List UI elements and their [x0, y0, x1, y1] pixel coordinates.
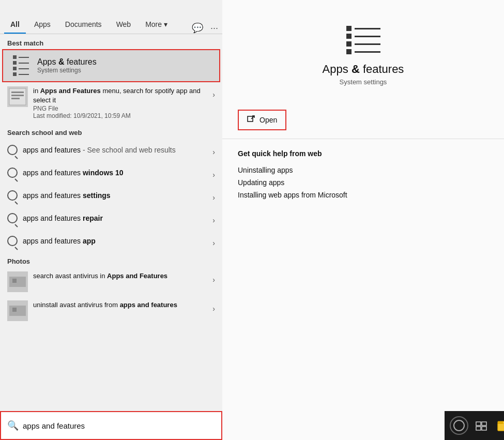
photo-thumbnail-1 [7, 300, 28, 321]
photos-section-label: Photos [0, 252, 222, 267]
web-item-chevron-1: › [212, 166, 215, 179]
search-web-label: Search school and web [0, 124, 222, 139]
quick-help-link-0[interactable]: Uninstalling apps [238, 164, 488, 176]
open-button[interactable]: Open [238, 110, 286, 130]
app-detail-header: Apps & features System settings [222, 0, 504, 101]
photo-chevron-1: › [212, 300, 215, 313]
cortana-icon[interactable] [450, 416, 468, 435]
open-button-label: Open [259, 116, 277, 124]
svg-rect-8 [9, 306, 26, 316]
best-match-label: Best match [0, 34, 222, 49]
best-match-subtitle: System settings [37, 67, 97, 74]
file-result-chevron: › [212, 86, 215, 99]
svg-rect-3 [11, 98, 20, 99]
web-item-chevron-3: › [212, 212, 215, 224]
search-bar-icon: 🔍 [7, 420, 19, 431]
web-search-item-0[interactable]: apps and features - See school and web r… [0, 139, 222, 161]
open-icon [247, 115, 255, 125]
file-type: PNG File [33, 105, 207, 112]
svg-rect-16 [482, 427, 486, 430]
app-detail-title: Apps & features [323, 63, 404, 76]
web-item-chevron-2: › [212, 189, 215, 202]
quick-help-title: Get quick help from web [238, 149, 488, 158]
svg-rect-13 [476, 422, 481, 426]
best-match-title: Apps & features [37, 57, 97, 67]
best-match-item[interactable]: Apps & features System settings [2, 49, 220, 82]
search-icon [7, 236, 18, 246]
open-btn-row: Open [222, 101, 504, 139]
quick-help-section: Get quick help from web Uninstalling app… [222, 139, 504, 211]
quick-help-link-2[interactable]: Installing web apps from Microsoft [238, 189, 488, 201]
svg-rect-9 [12, 308, 17, 312]
app-detail-icon [346, 26, 380, 54]
svg-rect-14 [482, 422, 486, 426]
search-input[interactable] [23, 421, 215, 430]
search-panel: All Apps Documents Web More ▾ 💬 ··· Best… [0, 0, 222, 440]
svg-rect-2 [11, 95, 24, 96]
photo-item-1[interactable]: uninstall avast antivirus from apps and … [0, 296, 222, 325]
photo-desc-0: search avast antivirus in Apps and Featu… [33, 271, 207, 281]
web-item-chevron-0: › [212, 144, 215, 156]
photo-desc-1: uninstall avast antivirus from apps and … [33, 300, 207, 310]
web-item-text-3: apps and features repair [23, 214, 207, 222]
search-icon [7, 190, 18, 201]
right-panel: Apps & features System settings Open Get… [222, 0, 504, 440]
search-icon [7, 168, 18, 178]
chevron-down-icon: ▾ [164, 20, 167, 28]
file-result-item[interactable]: in Apps and Features menu, search for sp… [0, 82, 222, 124]
search-icon [7, 145, 18, 155]
photo-thumbnail-0 [7, 271, 28, 292]
tab-web[interactable]: Web [110, 16, 138, 34]
web-item-chevron-4: › [212, 235, 215, 247]
file-description: in Apps and Features menu, search for sp… [33, 86, 207, 105]
file-thumbnail [7, 86, 28, 107]
web-item-text-1: apps and features windows 10 [23, 169, 207, 177]
web-item-text-4: apps and features app [23, 237, 207, 245]
tab-documents[interactable]: Documents [59, 16, 108, 34]
svg-point-12 [454, 420, 464, 431]
feedback-icon[interactable]: 💬 [192, 22, 203, 34]
svg-rect-10 [248, 116, 253, 122]
app-features-icon [10, 55, 31, 76]
web-search-item-4[interactable]: apps and features app › [0, 230, 222, 252]
quick-help-link-1[interactable]: Updating apps [238, 176, 488, 189]
file-modified: Last modified: 10/9/2021, 10:59 AM [33, 112, 207, 119]
tab-all[interactable]: All [4, 16, 26, 34]
web-search-item-2[interactable]: apps and features settings › [0, 184, 222, 207]
svg-rect-0 [9, 88, 26, 105]
svg-rect-5 [9, 277, 26, 287]
photo-item-0[interactable]: search avast antivirus in Apps and Featu… [0, 267, 222, 296]
task-view-icon[interactable] [471, 416, 491, 435]
results-list: Best match Apps & features System settin… [0, 34, 222, 440]
app-detail-subtitle: System settings [340, 78, 387, 86]
web-search-item-3[interactable]: apps and features repair › [0, 207, 222, 230]
web-item-text-0: apps and features - See school and web r… [23, 146, 207, 154]
svg-rect-18 [498, 423, 504, 431]
tab-apps[interactable]: Apps [28, 16, 57, 34]
photo-chevron-0: › [212, 271, 215, 284]
search-icon [7, 213, 18, 223]
svg-rect-19 [498, 421, 503, 424]
file-explorer-icon[interactable] [494, 416, 504, 435]
svg-rect-1 [11, 92, 24, 93]
web-search-item-1[interactable]: apps and features windows 10 › [0, 161, 222, 184]
svg-rect-6 [12, 279, 17, 283]
more-options-icon[interactable]: ··· [210, 23, 218, 34]
search-bar[interactable]: 🔍 [0, 411, 222, 440]
taskbar [445, 411, 504, 440]
tab-more[interactable]: More ▾ [139, 16, 174, 34]
web-item-text-2: apps and features settings [23, 191, 207, 200]
tabs-bar: All Apps Documents Web More ▾ 💬 ··· [0, 0, 222, 34]
svg-rect-15 [476, 427, 481, 430]
